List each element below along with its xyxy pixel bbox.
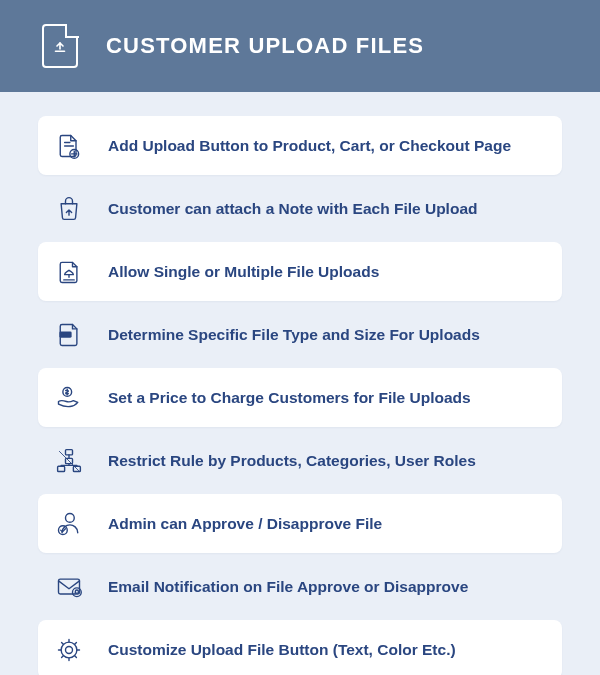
feature-label: Restrict Rule by Products, Categories, U… <box>108 452 476 470</box>
svg-text:PDF: PDF <box>61 332 70 337</box>
list-item: PDF Determine Specific File Type and Siz… <box>38 305 562 364</box>
list-item: Set a Price to Charge Customers for File… <box>38 368 562 427</box>
mail-notify-icon <box>54 572 84 602</box>
svg-rect-4 <box>66 449 73 454</box>
file-add-icon <box>54 131 84 161</box>
list-item: Restrict Rule by Products, Categories, U… <box>38 431 562 490</box>
feature-label: Email Notification on File Approve or Di… <box>108 578 468 596</box>
page-title: CUSTOMER UPLOAD FILES <box>106 33 424 59</box>
feature-label: Customer can attach a Note with Each Fil… <box>108 200 478 218</box>
gear-icon <box>54 635 84 665</box>
feature-list: Add Upload Button to Product, Cart, or C… <box>0 92 600 675</box>
upload-file-icon <box>42 24 78 68</box>
header: CUSTOMER UPLOAD FILES <box>0 0 600 92</box>
list-item: Admin can Approve / Disapprove File <box>38 494 562 553</box>
list-item: Add Upload Button to Product, Cart, or C… <box>38 116 562 175</box>
svg-rect-10 <box>59 579 80 594</box>
feature-label: Customize Upload File Button (Text, Colo… <box>108 641 456 659</box>
list-item: Customer can attach a Note with Each Fil… <box>38 179 562 238</box>
feature-label: Admin can Approve / Disapprove File <box>108 515 382 533</box>
feature-label: Set a Price to Charge Customers for File… <box>108 389 471 407</box>
user-check-icon <box>54 509 84 539</box>
svg-rect-5 <box>58 466 65 471</box>
feature-label: Add Upload Button to Product, Cart, or C… <box>108 137 511 155</box>
hand-money-icon <box>54 383 84 413</box>
file-multi-upload-icon <box>54 257 84 287</box>
feature-label: Determine Specific File Type and Size Fo… <box>108 326 480 344</box>
file-type-icon: PDF <box>54 320 84 350</box>
hierarchy-icon <box>54 446 84 476</box>
list-item: Email Notification on File Approve or Di… <box>38 557 562 616</box>
svg-point-8 <box>66 513 75 522</box>
svg-point-12 <box>66 646 73 653</box>
feature-label: Allow Single or Multiple File Uploads <box>108 263 379 281</box>
list-item: Allow Single or Multiple File Uploads <box>38 242 562 301</box>
bag-upload-icon <box>54 194 84 224</box>
svg-point-13 <box>61 642 77 658</box>
list-item: Customize Upload File Button (Text, Colo… <box>38 620 562 675</box>
